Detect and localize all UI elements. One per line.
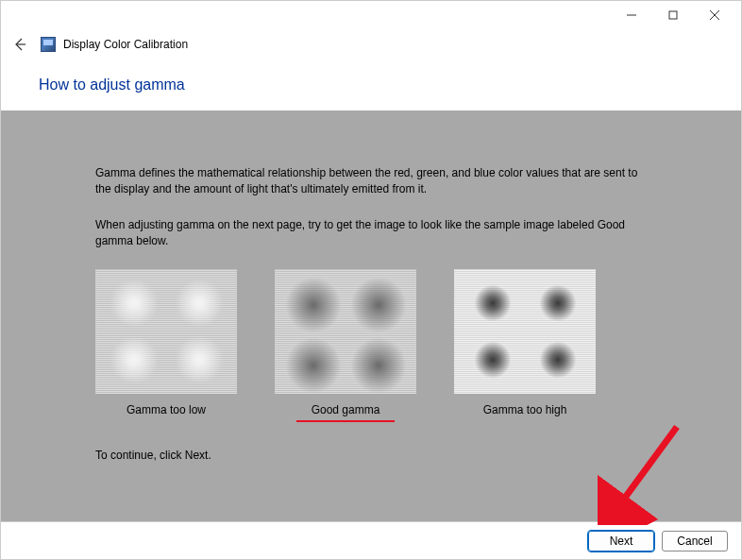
content-area: Gamma defines the mathematical relations… xyxy=(1,110,741,521)
caption-gamma-low: Gamma too low xyxy=(95,403,237,416)
sample-image-good xyxy=(275,269,416,394)
caption-gamma-high: Gamma too high xyxy=(454,403,596,416)
gamma-description-1: Gamma defines the mathematical relations… xyxy=(95,165,643,198)
header: Display Color Calibration xyxy=(1,29,741,56)
sample-gamma-high: Gamma too high xyxy=(454,269,596,422)
sample-image-low xyxy=(95,269,237,394)
gamma-description-2: When adjusting gamma on the next page, t… xyxy=(95,217,643,250)
gamma-samples: Gamma too low Good gamma Gamma too high xyxy=(95,269,705,422)
back-button[interactable] xyxy=(12,37,27,52)
cancel-button[interactable]: Cancel xyxy=(662,531,728,552)
close-button[interactable] xyxy=(694,2,735,28)
sample-gamma-good: Good gamma xyxy=(275,269,416,422)
continue-text: To continue, click Next. xyxy=(95,449,705,462)
titlebar xyxy=(1,1,741,29)
caption-gamma-good: Good gamma xyxy=(275,403,416,416)
sample-image-high xyxy=(454,269,596,394)
svg-rect-1 xyxy=(669,11,677,19)
sample-gamma-low: Gamma too low xyxy=(95,269,237,422)
page-title: How to adjust gamma xyxy=(1,56,741,110)
next-button[interactable]: Next xyxy=(588,531,654,552)
minimize-button[interactable] xyxy=(611,2,652,28)
good-gamma-highlight xyxy=(296,420,395,422)
app-title: Display Color Calibration xyxy=(63,38,188,51)
footer: Next Cancel xyxy=(1,521,741,559)
maximize-button[interactable] xyxy=(652,2,694,28)
app-icon xyxy=(41,37,56,52)
